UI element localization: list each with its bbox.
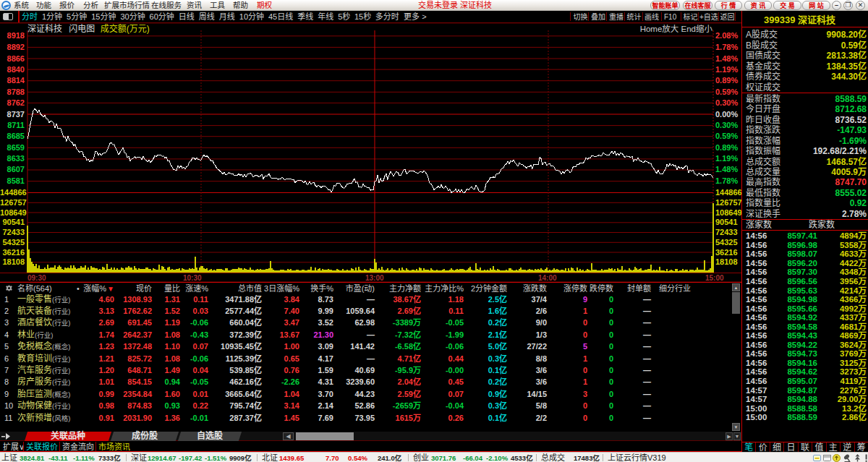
table-scroll-up-icon[interactable]: ▲ <box>732 283 740 291</box>
tool-重播[interactable]: 重播 <box>609 11 624 22</box>
tab-scroll-track[interactable] <box>296 432 354 440</box>
tool-标记[interactable]: 标记 <box>684 11 698 22</box>
row-number: 11 <box>4 412 16 424</box>
satellite-icon[interactable] <box>843 454 851 462</box>
menu-7[interactable]: 资讯 <box>187 0 202 11</box>
menu-8[interactable]: 工具 <box>210 0 225 11</box>
menu-4[interactable]: 分析 <box>83 0 98 11</box>
table-row-10[interactable]: 10动物保健(行业)0.98874.830.930.22795.74亿3.142… <box>0 400 739 411</box>
period-45日线[interactable]: 45日线 <box>268 11 293 22</box>
period-多分时[interactable]: 多分时 <box>375 11 399 22</box>
period-5秒[interactable]: 5秒 <box>338 11 350 22</box>
table-row-11[interactable]: 11次新预增(风格)0.912031.901.36-0.01287.37亿1.4… <box>0 412 739 424</box>
alert-icon[interactable] <box>862 454 868 462</box>
tool-叠加[interactable]: 叠加 <box>591 11 605 22</box>
panel-tab-价[interactable]: 价 <box>756 442 770 453</box>
menu-1[interactable]: 系统 <box>14 0 29 11</box>
status-seg-北证[interactable]: 北证 <box>262 453 278 462</box>
panel-tab-值[interactable]: 值 <box>812 442 826 453</box>
period-月线[interactable]: 月线 <box>219 11 235 22</box>
col-header-封单额[interactable]: 封单额 <box>571 284 651 294</box>
close-button[interactable]: ✕ <box>856 1 865 10</box>
period-日线[interactable]: 日线 <box>179 11 195 22</box>
tab-scroll-left-icon[interactable]: ◀ <box>283 432 294 440</box>
msg-min-icon[interactable] <box>813 454 821 462</box>
period-10分钟[interactable]: 10分钟 <box>239 11 264 22</box>
table-row-3[interactable]: 3酒店餐饮(行业)2.69691.451.19-0.06660.04亿3.473… <box>0 317 739 328</box>
subtab-关联报价[interactable]: 关联报价 <box>24 442 60 451</box>
menu-options[interactable]: 期权 <box>257 0 272 11</box>
period-30分钟[interactable]: 30分钟 <box>120 11 145 22</box>
col-header-细分行业[interactable]: 细分行业 <box>659 284 691 294</box>
pill-button-1[interactable]: 智能账单 <box>650 1 680 10</box>
panel-tab-逆[interactable]: 逆 <box>841 442 854 453</box>
signal-icon[interactable] <box>854 454 861 462</box>
period-1分钟[interactable]: 1分钟 <box>42 11 62 22</box>
period-分时[interactable]: 分时 <box>22 11 38 22</box>
pill-button-2[interactable]: 在线客服 <box>683 1 712 10</box>
status-seg-上证云行情V319[interactable]: 上证云行情V319 <box>608 453 666 462</box>
tool-统计[interactable]: 统计 <box>627 11 642 22</box>
pill-button-3[interactable]: 行 情 <box>715 1 742 10</box>
tool-画线[interactable]: 画线 <box>644 11 659 22</box>
app-logo-icon[interactable] <box>1 1 11 10</box>
tick-volume: 4348万 <box>840 268 867 277</box>
table-row-8[interactable]: 8房产服务(行业)1.01854.150.94-0.05462.16亿-2.26… <box>0 376 739 388</box>
table-row-1[interactable]: 1一般零售(行业)4.601308.931.310.113471.88亿3.84… <box>0 294 739 305</box>
coin-icon[interactable] <box>833 454 841 462</box>
period-5分钟[interactable]: 5分钟 <box>67 11 87 22</box>
tab-dropdown-icon[interactable]: ▼ <box>733 432 741 440</box>
table-row-9[interactable]: 9胎压监测(概念)0.992354.841.600.013665.64亿1.04… <box>0 388 739 400</box>
menu-6[interactable]: 在线服务 <box>151 0 182 11</box>
period-15分钟[interactable]: 15分钟 <box>91 11 116 22</box>
pane-tab-成份股[interactable]: 成份股 <box>112 432 177 441</box>
menu-3[interactable]: 报价 <box>59 0 75 11</box>
panel-tab-联[interactable]: 联 <box>799 442 812 453</box>
table-row-7[interactable]: 7汽车服务(行业)1.20648.711.490.04539.85亿0.761.… <box>0 364 739 376</box>
status-seg-总成交[interactable]: 总成交 <box>541 453 565 462</box>
tool-F10[interactable]: F10 <box>664 11 676 22</box>
subtab-市场资讯[interactable]: 市场资讯 <box>96 442 132 451</box>
period-季线[interactable]: 季线 <box>297 11 313 22</box>
table-row-2[interactable]: 2航天装备(行业)3.131762.621.520.032577.44亿7.40… <box>0 305 739 317</box>
status-seg-创业[interactable]: 创业 <box>413 453 429 462</box>
pill-button-5[interactable]: 交 易 <box>773 1 801 10</box>
split-window-icon[interactable] <box>3 13 13 20</box>
gear-icon[interactable] <box>5 284 13 292</box>
menu-9[interactable]: 帮助 <box>233 0 248 11</box>
intraday-chart[interactable]: 深证科技 闪电图 成交额(万元) Home放大 End缩小 8918889288… <box>0 22 741 283</box>
menu-2[interactable]: 功能 <box>36 0 51 11</box>
pane-tab-自选股[interactable]: 自选股 <box>179 432 240 441</box>
panel-tab-日[interactable]: 日 <box>784 442 798 453</box>
tool-+自选[interactable]: +自选 <box>699 11 718 22</box>
symbol-header[interactable]: 399339 深证科技 <box>742 12 868 27</box>
status-seg-上证[interactable]: 上证 <box>1 453 17 462</box>
pill-button-6[interactable]: 网 站 <box>802 1 830 10</box>
panel-tab-细[interactable]: 细 <box>770 442 784 453</box>
pin-icon[interactable] <box>1 433 11 440</box>
window-icon[interactable] <box>823 454 831 462</box>
table-row-6[interactable]: 6教育培训(行业)1.21825.721.08-0.061125.39亿0.65… <box>0 353 739 364</box>
tool-切换[interactable]: 切换 <box>574 11 588 22</box>
tab-scroll-right-icon[interactable]: ▶ <box>726 432 733 440</box>
subtab-资金流向[interactable]: 资金流向 <box>60 442 96 451</box>
period-60分钟[interactable]: 60分钟 <box>150 11 174 22</box>
minimize-button[interactable]: – <box>832 1 841 10</box>
panel-tab-笔[interactable]: 笔 <box>742 442 756 453</box>
table-row-5[interactable]: 5免税概念(概念)1.231372.481.100.0710935.45亿1.0… <box>0 341 739 352</box>
menu-5[interactable]: 扩展市场行情 <box>104 0 150 11</box>
panel-tab-主[interactable]: 主 <box>827 442 841 453</box>
row-number: 7 <box>4 364 16 376</box>
tool-返回[interactable]: 返回 <box>720 11 735 22</box>
table-scroll-down-icon[interactable]: ▼ <box>732 423 740 431</box>
period-周线[interactable]: 周线 <box>199 11 215 22</box>
table-row-4[interactable]: 4林业(行业)1.742642.371.08-0.43372.39亿13.672… <box>0 329 739 341</box>
period-年线[interactable]: 年线 <box>318 11 333 22</box>
period-15秒[interactable]: 15秒 <box>354 11 371 22</box>
panel-tab-筹[interactable]: 筹 <box>855 442 868 453</box>
period-更多 >[interactable]: 更多 > <box>404 11 426 22</box>
restore-button[interactable]: ❐ <box>843 1 853 10</box>
status-seg-深证[interactable]: 深证 <box>131 453 147 462</box>
pane-tab-关联品种[interactable]: 关联品种 <box>26 432 110 441</box>
pill-button-4[interactable]: 资 讯 <box>744 1 772 10</box>
